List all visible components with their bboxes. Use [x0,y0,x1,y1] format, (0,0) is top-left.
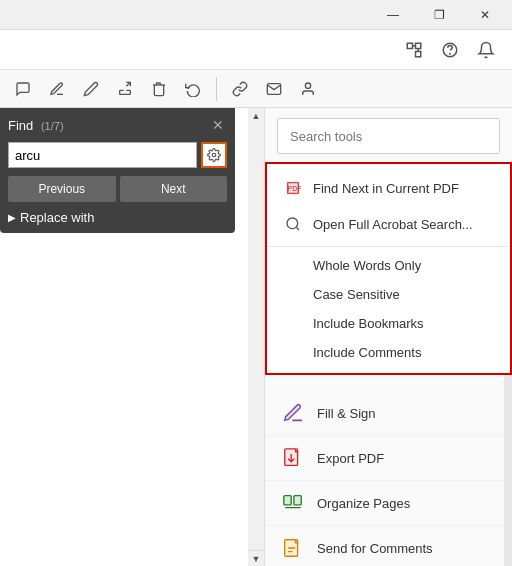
share-icon[interactable] [398,34,430,66]
bell-icon[interactable] [470,34,502,66]
pdf-scrollbar[interactable]: ▲ [248,108,264,566]
organize-pages-icon [281,491,305,515]
delete-icon[interactable] [144,74,174,104]
svg-line-13 [296,227,299,230]
email-icon[interactable] [259,74,289,104]
svg-point-6 [450,53,451,54]
find-close-button[interactable]: ✕ [209,116,227,134]
svg-text:PDF: PDF [288,185,302,192]
find-input[interactable] [8,142,197,168]
svg-rect-0 [407,43,412,48]
find-next-label: Find Next in Current PDF [313,181,459,196]
include-bookmarks-item[interactable]: Include Bookmarks [267,309,510,338]
find-next-icon: PDF [283,178,303,198]
svg-rect-16 [294,496,301,505]
find-next-item[interactable]: PDF Find Next in Current PDF [267,170,510,206]
toolbar-separator [216,77,217,101]
search-tools-area [265,108,512,163]
right-panel: PDF Find Next in Current PDF Open Full A… [265,108,512,566]
include-comments-item[interactable]: Include Comments [267,338,510,367]
stamp-icon[interactable] [110,74,140,104]
tools-list: Fill & Sign Export PDF [265,383,512,566]
find-input-row [8,142,227,168]
replace-with-label: Replace with [20,210,94,225]
pdf-panel: Find (1/7) ✕ Previous Next ▶ [0,108,265,566]
svg-rect-2 [416,51,421,56]
fill-sign-tool[interactable]: Fill & Sign [265,391,512,436]
link-icon[interactable] [225,74,255,104]
help-icon[interactable] [434,34,466,66]
open-search-item[interactable]: Open Full Acrobat Search... [267,206,510,242]
replace-with-toggle[interactable]: ▶ Replace with [8,210,227,225]
svg-rect-1 [416,43,421,48]
find-buttons: Previous Next [8,176,227,202]
send-comments-label: Send for Comments [317,541,433,556]
minimize-button[interactable]: — [370,0,416,30]
top-toolbar [0,30,512,70]
dropdown-separator [267,246,510,247]
svg-point-8 [305,83,310,88]
panel-resize-arrow[interactable]: ▼ [248,550,264,566]
search-tools-input[interactable] [277,118,500,154]
find-header: Find (1/7) ✕ [8,116,227,134]
main-content: Find (1/7) ✕ Previous Next ▶ [0,108,512,566]
send-comments-icon [281,536,305,560]
find-title: Find (1/7) [8,118,64,133]
organize-pages-label: Organize Pages [317,496,410,511]
fill-sign-icon [281,401,305,425]
undo-icon[interactable] [178,74,208,104]
draw-icon[interactable] [76,74,106,104]
fill-sign-label: Fill & Sign [317,406,376,421]
whole-words-item[interactable]: Whole Words Only [267,251,510,280]
organize-pages-tool[interactable]: Organize Pages [265,481,512,526]
export-pdf-label: Export PDF [317,451,384,466]
replace-arrow-icon: ▶ [8,212,16,223]
search-dropdown: PDF Find Next in Current PDF Open Full A… [265,162,512,375]
next-button[interactable]: Next [120,176,228,202]
svg-rect-15 [284,496,291,505]
search-icon [283,214,303,234]
close-button[interactable]: ✕ [462,0,508,30]
send-comments-tool[interactable]: Send for Comments [265,526,512,566]
previous-button[interactable]: Previous [8,176,116,202]
export-pdf-icon [281,446,305,470]
title-bar: — ❐ ✕ [0,0,512,30]
svg-point-12 [287,218,298,229]
svg-point-9 [212,153,216,157]
scroll-up-button[interactable]: ▲ [248,108,264,124]
user-icon[interactable] [293,74,323,104]
export-pdf-tool[interactable]: Export PDF [265,436,512,481]
open-search-label: Open Full Acrobat Search... [313,217,473,232]
restore-button[interactable]: ❐ [416,0,462,30]
secondary-toolbar [0,70,512,108]
case-sensitive-item[interactable]: Case Sensitive [267,280,510,309]
find-count: (1/7) [41,120,64,132]
find-gear-button[interactable] [201,142,227,168]
comment-icon[interactable] [8,74,38,104]
find-toolbar: Find (1/7) ✕ Previous Next ▶ [0,108,235,233]
highlight-icon[interactable] [42,74,72,104]
